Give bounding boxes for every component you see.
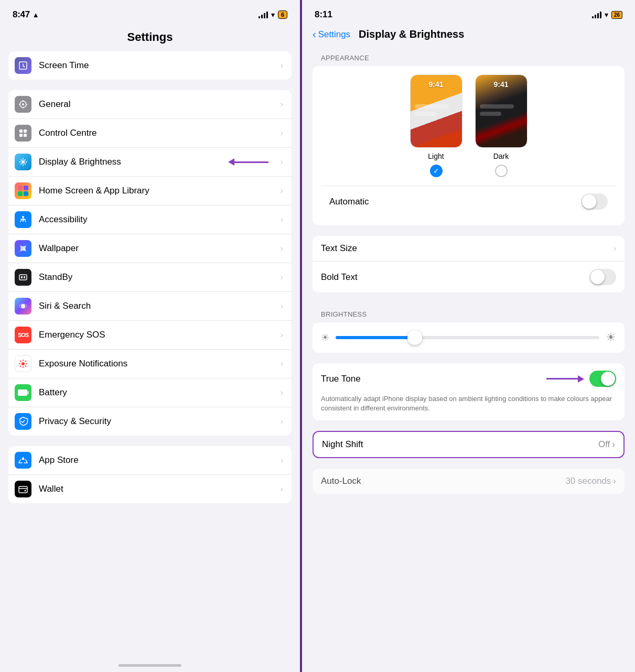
screen-time-icon [15, 57, 31, 74]
svg-rect-35 [18, 389, 27, 396]
wallet-chevron: › [281, 484, 283, 494]
appearance-option-dark[interactable]: 9:41 Dark [475, 74, 528, 177]
true-tone-section: True Tone Automatically adapt iPhone dis… [313, 363, 625, 420]
auto-lock-card: Auto-Lock 30 seconds › [313, 469, 625, 494]
nav-back-button[interactable]: ‹ Settings [313, 29, 350, 40]
general-chevron: › [281, 100, 283, 109]
night-shift-row[interactable]: Night Shift Off › [314, 432, 623, 457]
left-panel: 8:47 ▲ ▾ 6 Settings Screen Time › [0, 0, 300, 672]
true-tone-toggle[interactable] [589, 371, 616, 387]
night-shift-card: Night Shift Off › [313, 431, 625, 458]
display-chevron: › [281, 157, 283, 167]
bold-text-row[interactable]: Bold Text [313, 262, 625, 292]
dark-preview-time: 9:41 [493, 80, 508, 89]
settings-item-battery[interactable]: Battery › [8, 378, 292, 407]
settings-item-accessibility[interactable]: Accessibility › [8, 205, 292, 234]
light-radio[interactable]: ✓ [430, 165, 443, 177]
signal-icon [259, 11, 268, 18]
control-label: Control Centre [39, 128, 281, 138]
text-size-label: Text Size [321, 243, 614, 254]
status-icons-left: ▾ 6 [259, 10, 287, 19]
settings-item-control-centre[interactable]: Control Centre › [8, 119, 292, 148]
light-preview: 9:41 [410, 74, 462, 148]
settings-item-privacy[interactable]: Privacy & Security › [8, 407, 292, 436]
wallpaper-chevron: › [281, 244, 283, 253]
svg-point-2 [22, 103, 24, 105]
appearance-options: 9:41 Light ✓ 9:41 [321, 74, 616, 177]
auto-lock-label: Auto-Lock [321, 476, 361, 486]
emergency-label: Emergency SOS [39, 330, 281, 340]
screen-time-chevron: › [281, 61, 283, 70]
svg-rect-8 [24, 129, 27, 133]
privacy-chevron: › [281, 417, 283, 426]
settings-item-appstore[interactable]: App Store › [8, 446, 292, 475]
nav-header: ‹ Settings Display & Brightness [302, 26, 635, 47]
appstore-label: App Store [39, 455, 281, 465]
standby-chevron: › [281, 273, 283, 282]
display-icon [15, 154, 31, 170]
settings-item-standby[interactable]: StandBy › [8, 263, 292, 292]
status-bar-right: 8:11 ▾ 26 [302, 0, 635, 26]
signal-icon-right [592, 11, 601, 18]
text-size-chevron: › [614, 244, 616, 253]
settings-item-general[interactable]: General › [8, 90, 292, 119]
sun-large-icon: ☀ [606, 331, 616, 344]
status-icons-right: ▾ 26 [592, 10, 622, 19]
auto-lock-row[interactable]: Auto-Lock 30 seconds › [313, 469, 625, 494]
appearance-card: 9:41 Light ✓ 9:41 [313, 66, 625, 225]
settings-item-display-brightness[interactable]: Display & Brightness › [8, 148, 292, 177]
night-shift-label: Night Shift [322, 439, 363, 450]
settings-list: Screen Time › General › Control Centre › [0, 51, 300, 514]
dark-label: Dark [493, 152, 509, 160]
settings-item-home-screen[interactable]: Home Screen & App Library › [8, 177, 292, 205]
standby-icon [15, 269, 31, 286]
privacy-label: Privacy & Security [39, 416, 281, 427]
time-right: 8:11 [315, 9, 332, 20]
dark-radio[interactable] [495, 165, 508, 177]
settings-item-wallpaper[interactable]: Wallpaper › [8, 234, 292, 263]
svg-point-38 [25, 490, 26, 492]
display-label: Display & Brightness [39, 157, 281, 167]
settings-item-emergency-sos[interactable]: SOS Emergency SOS › [8, 321, 292, 350]
svg-rect-23 [24, 276, 25, 278]
privacy-icon [15, 413, 31, 430]
general-icon [15, 96, 31, 113]
automatic-toggle[interactable] [581, 193, 608, 210]
brightness-slider[interactable] [336, 336, 599, 339]
right-content: APPEARANCE 9:41 Light ✓ [302, 47, 635, 672]
time-left: 8:47 [13, 9, 30, 20]
dark-preview: 9:41 [475, 74, 528, 148]
svg-line-16 [21, 160, 21, 160]
nav-back-label: Settings [318, 29, 350, 40]
exposure-label: Exposure Notifications [39, 359, 281, 369]
svg-rect-7 [19, 129, 23, 133]
settings-item-exposure[interactable]: Exposure Notifications › [8, 350, 292, 378]
true-tone-desc: Automatically adapt iPhone display based… [313, 394, 625, 420]
appstore-icon [15, 452, 31, 469]
settings-group-1: Screen Time › [8, 51, 292, 80]
settings-item-screen-time[interactable]: Screen Time › [8, 51, 292, 80]
settings-item-wallet[interactable]: Wallet › [8, 475, 292, 503]
control-icon [15, 125, 31, 142]
svg-rect-21 [19, 275, 27, 280]
svg-line-18 [25, 160, 25, 160]
nav-title: Display & Brightness [359, 28, 464, 40]
svg-line-31 [20, 361, 21, 362]
night-shift-value: Off [598, 439, 610, 450]
svg-line-33 [25, 361, 26, 362]
battery-chevron: › [281, 388, 283, 397]
svg-point-26 [21, 362, 25, 365]
text-size-row[interactable]: Text Size › [313, 236, 625, 262]
settings-item-siri-search[interactable]: Siri & Search › [8, 292, 292, 321]
page-title-left: Settings [0, 26, 300, 51]
appearance-option-light[interactable]: 9:41 Light ✓ [410, 74, 462, 177]
svg-rect-22 [21, 276, 23, 278]
exposure-icon [15, 355, 31, 372]
night-shift-chevron: › [612, 439, 615, 450]
svg-rect-36 [28, 391, 29, 394]
slider-thumb[interactable] [407, 330, 422, 345]
accessibility-label: Accessibility [39, 214, 281, 225]
battery-status-right: 26 [611, 11, 622, 19]
bold-text-toggle[interactable] [589, 269, 616, 285]
svg-rect-37 [19, 486, 27, 493]
